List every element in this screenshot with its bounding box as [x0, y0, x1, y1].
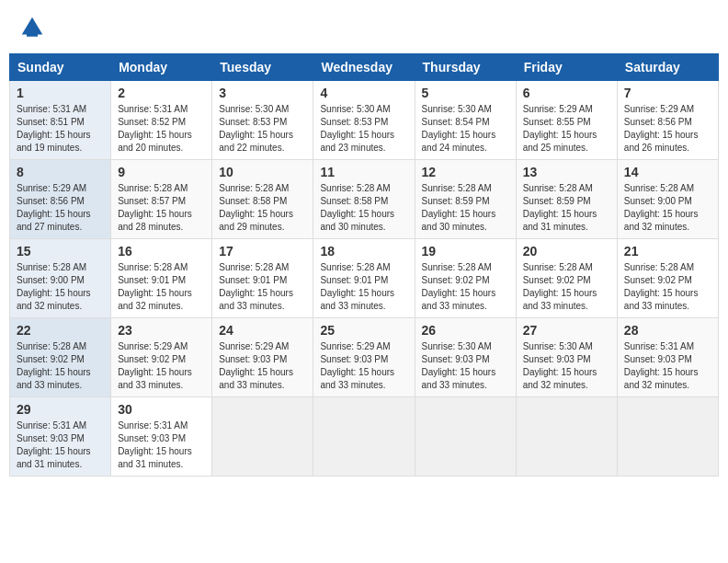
calendar: SundayMondayTuesdayWednesdayThursdayFrid…: [9, 53, 719, 477]
day-info: Sunrise: 5:28 AM Sunset: 9:02 PM Dayligh…: [422, 261, 509, 313]
calendar-cell: 27 Sunrise: 5:30 AM Sunset: 9:03 PM Dayl…: [516, 318, 617, 397]
calendar-cell: 7 Sunrise: 5:29 AM Sunset: 8:56 PM Dayli…: [617, 81, 718, 160]
day-number: 3: [219, 86, 306, 100]
weekday-header-friday: Friday: [516, 54, 617, 81]
day-info: Sunrise: 5:28 AM Sunset: 9:01 PM Dayligh…: [219, 261, 306, 313]
day-number: 28: [624, 323, 711, 338]
day-info: Sunrise: 5:30 AM Sunset: 8:54 PM Dayligh…: [422, 103, 509, 155]
day-info: Sunrise: 5:31 AM Sunset: 8:51 PM Dayligh…: [17, 103, 104, 155]
day-number: 11: [320, 165, 407, 179]
day-info: Sunrise: 5:31 AM Sunset: 9:03 PM Dayligh…: [17, 419, 104, 471]
calendar-cell: 20 Sunrise: 5:28 AM Sunset: 9:02 PM Dayl…: [516, 239, 617, 318]
calendar-cell: 12 Sunrise: 5:28 AM Sunset: 8:59 PM Dayl…: [415, 160, 516, 239]
calendar-cell: 11 Sunrise: 5:28 AM Sunset: 8:58 PM Dayl…: [313, 160, 415, 239]
calendar-cell: 22 Sunrise: 5:28 AM Sunset: 9:02 PM Dayl…: [10, 318, 111, 397]
day-number: 6: [523, 86, 610, 100]
calendar-cell: 2 Sunrise: 5:31 AM Sunset: 8:52 PM Dayli…: [111, 81, 212, 160]
day-info: Sunrise: 5:30 AM Sunset: 8:53 PM Dayligh…: [320, 103, 407, 155]
calendar-cell: 8 Sunrise: 5:29 AM Sunset: 8:56 PM Dayli…: [10, 160, 111, 239]
weekday-header-monday: Monday: [111, 54, 212, 81]
svg-marker-0: [22, 17, 43, 35]
calendar-cell: 9 Sunrise: 5:28 AM Sunset: 8:57 PM Dayli…: [111, 160, 212, 239]
calendar-cell: 30 Sunrise: 5:31 AM Sunset: 9:03 PM Dayl…: [111, 397, 212, 477]
day-info: Sunrise: 5:30 AM Sunset: 9:03 PM Dayligh…: [422, 340, 509, 392]
day-info: Sunrise: 5:30 AM Sunset: 8:53 PM Dayligh…: [219, 103, 306, 155]
svg-rect-1: [27, 33, 38, 37]
day-info: Sunrise: 5:28 AM Sunset: 8:59 PM Dayligh…: [523, 182, 610, 234]
calendar-cell: 1 Sunrise: 5:31 AM Sunset: 8:51 PM Dayli…: [10, 81, 111, 160]
calendar-cell: [617, 397, 718, 477]
day-info: Sunrise: 5:28 AM Sunset: 8:57 PM Dayligh…: [118, 182, 205, 234]
calendar-cell: [313, 397, 415, 477]
day-info: Sunrise: 5:28 AM Sunset: 9:02 PM Dayligh…: [17, 340, 104, 392]
day-number: 22: [17, 323, 104, 338]
day-number: 13: [523, 165, 610, 179]
day-number: 23: [118, 323, 205, 338]
calendar-cell: [415, 397, 516, 477]
day-number: 25: [320, 323, 407, 338]
calendar-cell: 29 Sunrise: 5:31 AM Sunset: 9:03 PM Dayl…: [10, 397, 111, 477]
day-number: 5: [422, 86, 509, 100]
calendar-cell: 23 Sunrise: 5:29 AM Sunset: 9:02 PM Dayl…: [111, 318, 212, 397]
day-info: Sunrise: 5:28 AM Sunset: 9:01 PM Dayligh…: [118, 261, 205, 313]
calendar-cell: 15 Sunrise: 5:28 AM Sunset: 9:00 PM Dayl…: [10, 239, 111, 318]
day-number: 9: [118, 165, 205, 179]
day-info: Sunrise: 5:29 AM Sunset: 9:02 PM Dayligh…: [118, 340, 205, 392]
weekday-header-saturday: Saturday: [617, 54, 718, 81]
day-info: Sunrise: 5:30 AM Sunset: 9:03 PM Dayligh…: [523, 340, 610, 392]
calendar-cell: 18 Sunrise: 5:28 AM Sunset: 9:01 PM Dayl…: [313, 239, 415, 318]
day-info: Sunrise: 5:28 AM Sunset: 9:02 PM Dayligh…: [624, 261, 711, 313]
calendar-cell: 14 Sunrise: 5:28 AM Sunset: 9:00 PM Dayl…: [617, 160, 718, 239]
day-number: 2: [118, 86, 205, 100]
day-number: 4: [320, 86, 407, 100]
day-info: Sunrise: 5:29 AM Sunset: 8:56 PM Dayligh…: [624, 103, 711, 155]
calendar-cell: 17 Sunrise: 5:28 AM Sunset: 9:01 PM Dayl…: [212, 239, 313, 318]
day-info: Sunrise: 5:28 AM Sunset: 8:59 PM Dayligh…: [422, 182, 509, 234]
weekday-header-sunday: Sunday: [10, 54, 111, 81]
day-number: 26: [422, 323, 509, 338]
day-number: 20: [523, 244, 610, 259]
calendar-cell: 28 Sunrise: 5:31 AM Sunset: 9:03 PM Dayl…: [617, 318, 718, 397]
day-number: 7: [624, 86, 711, 100]
day-number: 27: [523, 323, 610, 338]
weekday-header-thursday: Thursday: [415, 54, 516, 81]
day-number: 19: [422, 244, 509, 259]
calendar-cell: 16 Sunrise: 5:28 AM Sunset: 9:01 PM Dayl…: [111, 239, 212, 318]
header-section: [9, 9, 719, 46]
calendar-cell: 19 Sunrise: 5:28 AM Sunset: 9:02 PM Dayl…: [415, 239, 516, 318]
calendar-cell: 5 Sunrise: 5:30 AM Sunset: 8:54 PM Dayli…: [415, 81, 516, 160]
calendar-cell: [516, 397, 617, 477]
day-number: 12: [422, 165, 509, 179]
calendar-cell: 13 Sunrise: 5:28 AM Sunset: 8:59 PM Dayl…: [516, 160, 617, 239]
calendar-cell: 26 Sunrise: 5:30 AM Sunset: 9:03 PM Dayl…: [415, 318, 516, 397]
day-number: 18: [320, 244, 407, 259]
day-number: 17: [219, 244, 306, 259]
day-info: Sunrise: 5:28 AM Sunset: 9:01 PM Dayligh…: [320, 261, 407, 313]
day-number: 21: [624, 244, 711, 259]
day-number: 14: [624, 165, 711, 179]
day-number: 16: [118, 244, 205, 259]
day-number: 8: [17, 165, 104, 179]
calendar-cell: 10 Sunrise: 5:28 AM Sunset: 8:58 PM Dayl…: [212, 160, 313, 239]
day-info: Sunrise: 5:28 AM Sunset: 9:00 PM Dayligh…: [17, 261, 104, 313]
day-info: Sunrise: 5:29 AM Sunset: 8:56 PM Dayligh…: [17, 182, 104, 234]
calendar-cell: 3 Sunrise: 5:30 AM Sunset: 8:53 PM Dayli…: [212, 81, 313, 160]
calendar-cell: [212, 397, 313, 477]
calendar-cell: 6 Sunrise: 5:29 AM Sunset: 8:55 PM Dayli…: [516, 81, 617, 160]
day-info: Sunrise: 5:31 AM Sunset: 8:52 PM Dayligh…: [118, 103, 205, 155]
logo: [18, 14, 50, 41]
weekday-header-wednesday: Wednesday: [313, 54, 415, 81]
day-info: Sunrise: 5:28 AM Sunset: 8:58 PM Dayligh…: [320, 182, 407, 234]
day-number: 10: [219, 165, 306, 179]
day-info: Sunrise: 5:29 AM Sunset: 8:55 PM Dayligh…: [523, 103, 610, 155]
day-number: 29: [17, 402, 104, 417]
day-info: Sunrise: 5:29 AM Sunset: 9:03 PM Dayligh…: [219, 340, 306, 392]
day-number: 24: [219, 323, 306, 338]
calendar-cell: 24 Sunrise: 5:29 AM Sunset: 9:03 PM Dayl…: [212, 318, 313, 397]
day-info: Sunrise: 5:28 AM Sunset: 8:58 PM Dayligh…: [219, 182, 306, 234]
day-info: Sunrise: 5:31 AM Sunset: 9:03 PM Dayligh…: [118, 419, 205, 471]
calendar-cell: 4 Sunrise: 5:30 AM Sunset: 8:53 PM Dayli…: [313, 81, 415, 160]
day-number: 1: [17, 86, 104, 100]
day-number: 30: [118, 402, 205, 417]
calendar-cell: 21 Sunrise: 5:28 AM Sunset: 9:02 PM Dayl…: [617, 239, 718, 318]
